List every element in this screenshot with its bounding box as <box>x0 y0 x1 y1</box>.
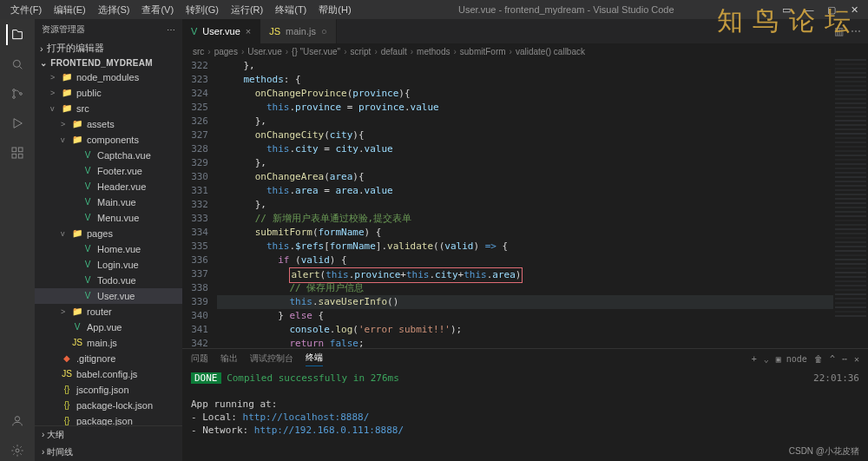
explorer-sidebar: 资源管理器 ⋯ ›打开的编辑器 ⌄FRONTEND_MYDREAM >📁node… <box>35 19 182 461</box>
terminal-dropdown-icon[interactable]: ⌄ <box>764 354 769 364</box>
maximize-icon[interactable]: ▢ <box>821 4 842 16</box>
settings-icon[interactable] <box>7 440 28 461</box>
explorer-icon[interactable] <box>6 24 27 45</box>
tab-User.vue[interactable]: VUser.vue× <box>182 19 260 43</box>
close-tab-icon[interactable]: ○ <box>321 26 327 36</box>
menu-item[interactable]: 终端(T) <box>270 2 312 18</box>
tree-item-main-js[interactable]: JSmain.js <box>35 335 182 351</box>
title-bar: 文件(F)编辑(E)选择(S)查看(V)转到(G)运行(R)终端(T)帮助(H)… <box>0 0 868 19</box>
menu-item[interactable]: 选择(S) <box>93 2 135 18</box>
tab-actions: ▥ ⋯ <box>827 19 868 43</box>
breadcrumb-item[interactable]: script <box>350 47 371 56</box>
minimap[interactable] <box>833 59 868 348</box>
window-controls: ▭ — ▢ ✕ <box>776 4 868 16</box>
terminal-tab[interactable]: 终端 <box>306 352 323 366</box>
tree-item-Main-vue[interactable]: VMain.vue <box>35 194 182 210</box>
maximize-panel-icon[interactable]: ^ <box>830 354 835 364</box>
window-title: User.vue - frontend_mydream - Visual Stu… <box>357 4 776 15</box>
outline-section[interactable]: › 大纲 <box>35 426 182 444</box>
tree-item-components[interactable]: v📁components <box>35 132 182 148</box>
sidebar-header: 资源管理器 ⋯ <box>35 19 182 40</box>
sidebar-more-icon[interactable]: ⋯ <box>167 25 175 35</box>
breadcrumb[interactable]: src›pages›User.vue›{} "User.vue"›script›… <box>182 43 868 59</box>
network-label: - Network: <box>191 425 254 436</box>
svg-point-9 <box>16 449 19 452</box>
close-icon[interactable]: ✕ <box>844 4 865 16</box>
tree-item--gitignore[interactable]: ◆.gitignore <box>35 351 182 366</box>
tree-item-src[interactable]: v📁src <box>35 101 182 116</box>
menu-item[interactable]: 运行(R) <box>226 2 268 18</box>
tree-item-public[interactable]: >📁public <box>35 85 182 101</box>
code-content[interactable]: }, methods: { onChangeProvince(province)… <box>217 59 833 348</box>
menu-item[interactable]: 转到(G) <box>181 2 224 18</box>
csdn-attribution: CSDN @小花皮猪 <box>789 445 859 458</box>
breadcrumb-item[interactable]: User.vue <box>247 47 281 56</box>
layout-toggle-icon[interactable]: ▭ <box>776 4 797 16</box>
terminal-tab[interactable]: 调试控制台 <box>250 352 293 365</box>
account-icon[interactable] <box>7 411 28 431</box>
new-terminal-icon[interactable]: + <box>752 354 757 364</box>
minimize-icon[interactable]: — <box>799 4 819 16</box>
svg-point-1 <box>13 89 16 92</box>
local-url[interactable]: http://localhost:8888/ <box>243 412 370 423</box>
close-tab-icon[interactable]: × <box>246 26 251 36</box>
app-running-label: App running at: <box>191 398 859 411</box>
tree-item-babel-config-js[interactable]: JSbabel.config.js <box>35 366 182 382</box>
tree-item-jsconfig-json[interactable]: {}jsconfig.json <box>35 382 182 398</box>
svg-rect-7 <box>18 154 23 158</box>
more-terminal-icon[interactable]: ⋯ <box>842 354 847 364</box>
tree-item-Footer-vue[interactable]: VFooter.vue <box>35 163 182 179</box>
breadcrumb-item[interactable]: methods <box>417 47 450 56</box>
breadcrumb-item[interactable]: pages <box>214 47 238 56</box>
menu-item[interactable]: 文件(F) <box>5 2 47 18</box>
tree-item-Home-vue[interactable]: VHome.vue <box>35 241 182 257</box>
breadcrumb-item[interactable]: {} "User.vue" <box>292 47 340 56</box>
menu-item[interactable]: 帮助(H) <box>313 2 356 18</box>
terminal-output[interactable]: 22:01:36 DONE Compiled successfully in 2… <box>182 368 868 461</box>
tree-item-Header-vue[interactable]: VHeader.vue <box>35 179 182 194</box>
source-control-icon[interactable] <box>7 83 28 104</box>
tree-item-assets[interactable]: >📁assets <box>35 116 182 132</box>
tree-item-pages[interactable]: v📁pages <box>35 226 182 241</box>
compile-msg: Compiled successfully in 276ms <box>227 372 399 384</box>
network-url[interactable]: http://192.168.0.111:8888/ <box>254 425 404 436</box>
terminal-tab[interactable]: 问题 <box>191 352 208 365</box>
menu-item[interactable]: 编辑(E) <box>49 2 91 18</box>
extensions-icon[interactable] <box>7 142 28 163</box>
project-root[interactable]: ⌄FRONTEND_MYDREAM <box>35 56 182 69</box>
svg-point-0 <box>13 60 20 67</box>
timeline-section[interactable]: › 时间线 <box>35 444 182 461</box>
tree-item-node_modules[interactable]: >📁node_modules <box>35 69 182 85</box>
tree-item-package-json[interactable]: {}package.json <box>35 413 182 425</box>
close-panel-icon[interactable]: ✕ <box>854 354 859 364</box>
activity-bar <box>0 19 35 461</box>
tree-item-App-vue[interactable]: VApp.vue <box>35 319 182 335</box>
search-icon[interactable] <box>7 54 28 75</box>
terminal-panel: 问题输出调试控制台终端 + ⌄ ▣ node 🗑 ^ ⋯ ✕ 22:01:36 … <box>182 348 868 461</box>
tree-item-Menu-vue[interactable]: VMenu.vue <box>35 210 182 226</box>
breadcrumb-item[interactable]: default <box>381 47 407 56</box>
tree-item-Todo-vue[interactable]: VTodo.vue <box>35 273 182 288</box>
compile-time: 22:01:36 <box>813 372 859 385</box>
tab-main.js[interactable]: JSmain.js○ <box>260 19 336 43</box>
tree-item-Captcha-vue[interactable]: VCaptcha.vue <box>35 148 182 163</box>
code-editor[interactable]: 3223233243253263273283293303313323333343… <box>182 59 868 348</box>
trash-icon[interactable]: 🗑 <box>814 354 823 364</box>
run-debug-icon[interactable] <box>7 113 28 134</box>
terminal-tab[interactable]: 输出 <box>220 352 238 365</box>
tree-item-User-vue[interactable]: VUser.vue <box>35 288 182 304</box>
tree-item-package-lock-json[interactable]: {}package-lock.json <box>35 398 182 413</box>
svg-point-2 <box>13 96 16 99</box>
terminal-type-label[interactable]: ▣ node <box>776 354 807 364</box>
open-editors-section[interactable]: ›打开的编辑器 <box>35 40 182 56</box>
editor-tabs: VUser.vue×JSmain.js○ ▥ ⋯ <box>182 19 868 43</box>
menu-item[interactable]: 查看(V) <box>136 2 179 18</box>
breadcrumb-item[interactable]: validate() callback <box>516 47 585 56</box>
split-editor-icon[interactable]: ▥ <box>834 25 844 37</box>
breadcrumb-item[interactable]: submitForm <box>460 47 506 56</box>
tree-item-router[interactable]: >📁router <box>35 304 182 319</box>
more-actions-icon[interactable]: ⋯ <box>851 25 861 37</box>
tree-item-Login-vue[interactable]: VLogin.vue <box>35 257 182 273</box>
svg-rect-4 <box>12 148 16 152</box>
breadcrumb-item[interactable]: src <box>193 47 204 56</box>
